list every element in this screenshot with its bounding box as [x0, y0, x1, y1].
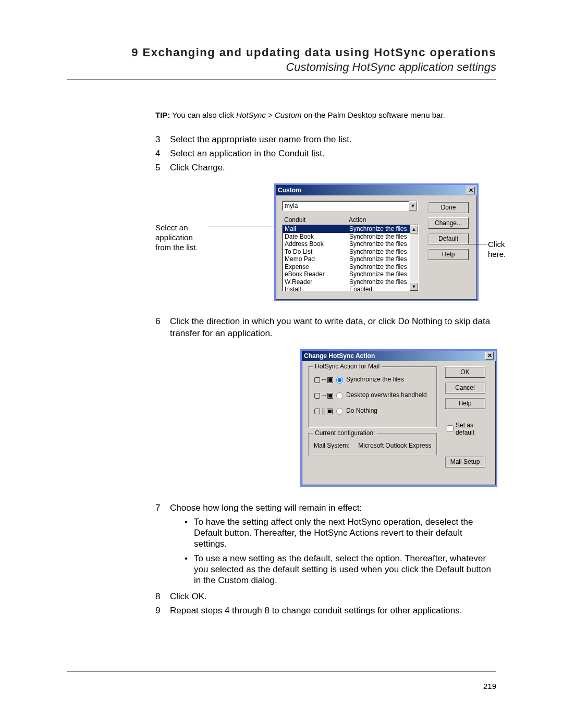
radio-sync[interactable]: ▢↔▣ Synchronize the files	[314, 375, 432, 384]
dialog-title: Custom	[278, 187, 301, 194]
user-dropdown[interactable]: myla ▼	[282, 201, 418, 211]
action-cell: Synchronize the files	[349, 240, 417, 248]
step-7-bullet-2: To use a new setting as the default, sel…	[185, 553, 496, 586]
help-button[interactable]: Help	[428, 249, 469, 260]
list-item[interactable]: Address BookSynchronize the files	[283, 240, 418, 248]
do-nothing-icon: ▢ ∥ ▣	[314, 406, 334, 415]
conduit-cell: Address Book	[284, 240, 349, 248]
action-cell: Synchronize the files	[349, 270, 417, 278]
change-hotsync-dialog: Change HotSync Action ✕ HotSync Action f…	[300, 349, 497, 487]
action-cell: Synchronize the files	[349, 233, 417, 241]
mail-system-value: Microsoft Outlook Express	[358, 442, 431, 449]
step-3: 3Select the appropriate user name from t…	[155, 134, 496, 146]
action-cell: Synchronize the files	[349, 263, 417, 271]
conduit-cell: W.Reader	[284, 278, 349, 286]
col-conduit: Conduit	[282, 216, 349, 224]
divider	[67, 79, 496, 80]
list-item[interactable]: To Do ListSynchronize the files	[283, 248, 418, 256]
hotsync-action-group: HotSync Action for Mail ▢↔▣ Synchronize …	[308, 366, 437, 428]
custom-dialog: Custom ✕ myla ▼ Conduit Action MailSynch…	[274, 183, 479, 301]
conduit-listbox[interactable]: MailSynchronize the filesDate BookSynchr…	[282, 225, 419, 291]
tip: TIP: You can also click HotSync > Custom…	[155, 110, 496, 120]
step-5: 5Click Change.	[155, 162, 496, 174]
action-cell: Synchronize the files	[349, 278, 417, 286]
callout-click-here: Click here.	[488, 240, 519, 260]
radio-desktop-input[interactable]	[336, 392, 343, 399]
set-default-checkbox[interactable]: Set as default	[445, 422, 489, 436]
titlebar[interactable]: Change HotSync Action ✕	[302, 351, 496, 361]
list-item[interactable]: Memo PadSynchronize the files	[283, 255, 418, 263]
radio-sync-input[interactable]	[336, 377, 343, 384]
radio-nothing-input[interactable]	[336, 408, 343, 415]
footer-divider	[67, 671, 496, 672]
conduit-cell: Date Book	[284, 233, 349, 241]
step-7-bullet-1: To have the setting affect only the next…	[185, 516, 496, 550]
radio-desktop[interactable]: ▢→▣ Desktop overwrites handheld	[314, 391, 432, 399]
list-item[interactable]: MailSynchronize the files	[283, 225, 418, 233]
step-7: 7 Choose how long the setting will remai…	[155, 502, 496, 589]
tip-text-post: on the Palm Desktop software menu bar.	[302, 110, 445, 119]
ok-button[interactable]: OK	[445, 366, 485, 378]
help-button[interactable]: Help	[445, 398, 485, 409]
page-header: 9 Exchanging and updating data using Hot…	[67, 46, 496, 74]
default-button[interactable]: Default	[428, 233, 469, 244]
tip-path: HotSync > Custom	[236, 110, 301, 119]
chapter-number: 9	[131, 46, 139, 59]
radio-nothing[interactable]: ▢ ∥ ▣ Do Nothing	[314, 406, 432, 415]
tip-text-pre: You can also click	[172, 110, 236, 119]
tip-label: TIP:	[155, 110, 170, 119]
scroll-down-icon[interactable]: ▼	[410, 282, 418, 291]
scrollbar[interactable]: ▲ ▼	[410, 225, 418, 291]
set-default-input[interactable]	[447, 425, 454, 432]
scroll-up-icon[interactable]: ▲	[410, 225, 418, 233]
conduit-cell: eBook Reader	[284, 270, 349, 278]
conduit-cell: Install	[284, 286, 349, 291]
cancel-button[interactable]: Cancel	[445, 382, 485, 393]
section-title: Customising HotSync application settings	[67, 60, 496, 74]
action-cell: Enabled	[349, 286, 417, 291]
list-item[interactable]: ExpenseSynchronize the files	[283, 263, 418, 271]
list-item[interactable]: eBook ReaderSynchronize the files	[283, 270, 418, 278]
sync-icon: ▢↔▣	[314, 375, 334, 384]
mail-system-label: Mail System:	[314, 442, 350, 449]
chevron-down-icon[interactable]: ▼	[409, 201, 417, 211]
list-item[interactable]: InstallEnabled	[283, 286, 418, 291]
close-icon[interactable]: ✕	[467, 187, 475, 194]
desktop-overwrite-icon: ▢→▣	[314, 391, 334, 399]
action-cell: Synchronize the files	[349, 255, 417, 263]
chapter-title: Exchanging and updating data using HotSy…	[143, 46, 496, 59]
user-value: myla	[285, 202, 298, 209]
close-icon[interactable]: ✕	[485, 352, 494, 360]
config-legend: Current configuration:	[313, 429, 377, 437]
titlebar[interactable]: Custom ✕	[276, 185, 477, 195]
conduit-cell: To Do List	[284, 248, 349, 256]
list-item[interactable]: Date BookSynchronize the files	[283, 233, 418, 241]
conduit-cell: Memo Pad	[284, 255, 349, 263]
dialog-title: Change HotSync Action	[304, 352, 375, 360]
step-4: 4Select an application in the Conduit li…	[155, 148, 496, 160]
mail-setup-button[interactable]: Mail Setup	[445, 456, 485, 467]
step-6-wrap: 6Click the direction in which you want t…	[155, 316, 496, 340]
current-config-group: Current configuration: Mail System: Micr…	[308, 433, 437, 456]
action-cell: Synchronize the files	[349, 248, 417, 256]
step-9: 9Repeat steps 4 through 8 to change cond…	[155, 605, 496, 617]
conduit-cell: Mail	[284, 225, 349, 233]
change-button[interactable]: Change...	[428, 217, 469, 229]
callout-select-app: Select an application from the list.	[155, 223, 207, 252]
steps-list-a: 3Select the appropriate user name from t…	[155, 134, 496, 174]
step-8: 8Click OK.	[155, 591, 496, 603]
steps-list-b: 7 Choose how long the setting will remai…	[155, 502, 496, 617]
col-action: Action	[349, 216, 419, 224]
list-item[interactable]: W.ReaderSynchronize the files	[283, 278, 418, 286]
conduit-cell: Expense	[284, 263, 349, 271]
step-6: 6Click the direction in which you want t…	[155, 316, 496, 340]
done-button[interactable]: Done	[428, 202, 469, 213]
action-cell: Synchronize the files	[349, 225, 417, 233]
list-header: Conduit Action	[282, 215, 419, 225]
page-number: 219	[483, 682, 496, 690]
group-legend: HotSync Action for Mail	[313, 363, 382, 370]
